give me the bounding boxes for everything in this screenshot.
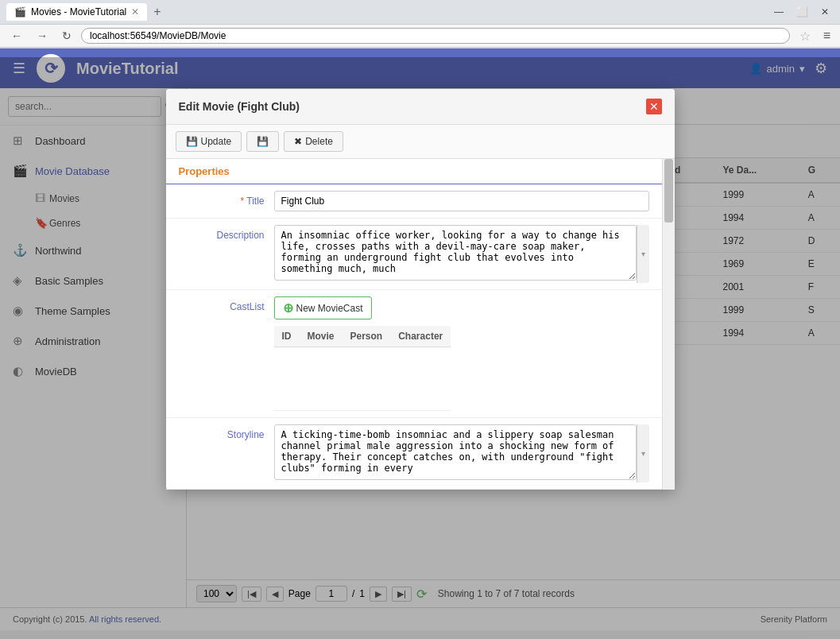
address-bar: localhost:56549/MovieDB/Movie bbox=[81, 28, 790, 44]
browser-menu-icon[interactable]: ≡ bbox=[820, 29, 834, 43]
tab-favicon: 🎬 bbox=[14, 6, 26, 17]
cast-col-movie: Movie bbox=[300, 326, 343, 347]
castlist-label: CastList bbox=[179, 296, 274, 312]
tab-title: Movies - MovieTutorial bbox=[31, 6, 126, 17]
modal-close-button[interactable]: ✕ bbox=[646, 99, 662, 114]
modal-overlay: Edit Movie (Fight Club) ✕ 💾 Update 💾 ✖ D… bbox=[0, 57, 840, 630]
delete-label: Delete bbox=[305, 136, 333, 147]
modal-form: Properties Title Description bbox=[166, 159, 662, 490]
close-button[interactable]: ✕ bbox=[816, 5, 834, 19]
storyline-field-wrapper: A ticking-time-bomb insomniac and a slip… bbox=[274, 424, 649, 482]
description-field-wrapper: An insomniac office worker, looking for … bbox=[274, 225, 649, 283]
minimize-button[interactable]: — bbox=[769, 5, 788, 19]
modal-toolbar: 💾 Update 💾 ✖ Delete bbox=[166, 125, 675, 159]
cast-col-character: Character bbox=[390, 326, 451, 347]
forward-button[interactable]: → bbox=[32, 28, 52, 44]
new-tab-button[interactable]: + bbox=[147, 5, 167, 19]
update-icon: 💾 bbox=[186, 136, 198, 147]
modal-header: Edit Movie (Fight Club) ✕ bbox=[166, 89, 675, 125]
storyline-row: Storyline A ticking-time-bomb insomniac … bbox=[166, 418, 662, 490]
bookmark-icon: ☆ bbox=[795, 29, 815, 44]
description-label: Description bbox=[179, 225, 274, 241]
cast-col-person: Person bbox=[343, 326, 391, 347]
castlist-row: CastList ⊕ New MovieCast ID bbox=[166, 290, 662, 418]
cast-col-id: ID bbox=[274, 326, 300, 347]
title-input[interactable] bbox=[274, 191, 649, 211]
cast-table: ID Movie Person Character bbox=[274, 326, 451, 411]
edit-movie-modal: Edit Movie (Fight Club) ✕ 💾 Update 💾 ✖ D… bbox=[166, 89, 675, 490]
description-row: Description An insomniac office worker, … bbox=[166, 219, 662, 290]
restore-button[interactable]: ⬜ bbox=[792, 5, 813, 19]
title-row: Title bbox=[166, 184, 662, 219]
form-section-properties: Properties bbox=[166, 159, 662, 184]
storyline-label: Storyline bbox=[179, 424, 274, 440]
textarea-scroll: ▾ bbox=[637, 424, 649, 482]
new-moviecast-button[interactable]: ⊕ New MovieCast bbox=[274, 296, 372, 320]
description-input[interactable]: An insomniac office worker, looking for … bbox=[274, 225, 637, 281]
update-label: Update bbox=[201, 136, 232, 147]
title-label: Title bbox=[179, 191, 274, 207]
save-icon: 💾 bbox=[257, 136, 269, 147]
reload-button[interactable]: ↻ bbox=[57, 28, 76, 44]
delete-icon: ✖ bbox=[294, 136, 302, 147]
textarea-scroll: ▾ bbox=[637, 225, 649, 283]
address-input[interactable]: localhost:56549/MovieDB/Movie bbox=[90, 30, 781, 41]
delete-button[interactable]: ✖ Delete bbox=[284, 131, 343, 152]
browser-tab[interactable]: 🎬 Movies - MovieTutorial ✕ bbox=[6, 3, 147, 21]
save-button[interactable]: 💾 bbox=[246, 131, 279, 152]
back-button[interactable]: ← bbox=[6, 28, 27, 44]
modal-scrollbar[interactable] bbox=[662, 159, 675, 490]
update-button[interactable]: 💾 Update bbox=[176, 131, 242, 152]
storyline-input[interactable]: A ticking-time-bomb insomniac and a slip… bbox=[274, 424, 637, 480]
modal-title: Edit Movie (Fight Club) bbox=[179, 100, 300, 113]
tab-close-button[interactable]: ✕ bbox=[131, 6, 139, 17]
plus-icon: ⊕ bbox=[283, 300, 293, 316]
new-cast-label: New MovieCast bbox=[296, 303, 363, 314]
castlist-field-wrapper: ⊕ New MovieCast ID Movie Person Charac bbox=[274, 296, 451, 411]
title-field-wrapper bbox=[274, 191, 649, 211]
modal-body: Properties Title Description bbox=[166, 159, 675, 490]
